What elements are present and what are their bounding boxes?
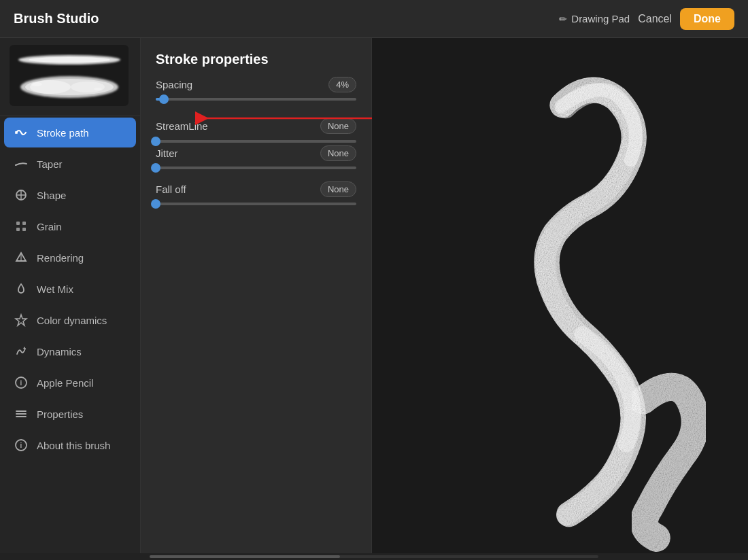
header-actions: ✏ Drawing Pad Cancel Done bbox=[559, 8, 734, 30]
jitter-header: Jitter None bbox=[156, 145, 356, 161]
main-layout: Stroke path Taper Shap bbox=[0, 38, 748, 553]
sidebar-item-stroke-path[interactable]: Stroke path bbox=[4, 118, 136, 147]
sidebar-item-label-apple-pencil: Apple Pencil bbox=[37, 377, 93, 389]
sidebar-item-taper[interactable]: Taper bbox=[4, 149, 136, 179]
color-dynamics-icon bbox=[14, 313, 29, 328]
spacing-header: Spacing 4% bbox=[156, 77, 356, 92]
svg-marker-18 bbox=[16, 315, 27, 326]
svg-point-7 bbox=[94, 88, 102, 90]
sidebar-item-label-about: About this brush bbox=[37, 440, 110, 451]
sidebar-item-label-grain: Grain bbox=[37, 221, 62, 232]
apple-pencil-icon: i bbox=[14, 375, 29, 390]
scrollbar-thumb[interactable] bbox=[150, 555, 340, 558]
canvas-area[interactable] bbox=[372, 38, 748, 553]
streamline-thumb[interactable] bbox=[151, 137, 160, 146]
falloff-thumb[interactable] bbox=[151, 199, 160, 209]
brush-canvas bbox=[372, 38, 748, 553]
streamline-property: StreamLine None bbox=[156, 113, 356, 143]
taper-icon bbox=[14, 156, 29, 171]
panel-title: Stroke properties bbox=[141, 38, 371, 77]
about-icon: i bbox=[14, 438, 29, 453]
brush-preview-image bbox=[10, 45, 129, 106]
properties-panel: Stroke properties Spacing 4% StreamLin bbox=[141, 38, 372, 553]
jitter-slider[interactable] bbox=[156, 167, 356, 169]
sidebar-item-label-shape: Shape bbox=[37, 190, 66, 201]
sidebar-item-dynamics[interactable]: Dynamics bbox=[4, 336, 136, 366]
sidebar-item-wet-mix[interactable]: Wet Mix bbox=[4, 274, 136, 304]
sidebar: Stroke path Taper Shap bbox=[0, 38, 141, 553]
svg-point-4 bbox=[30, 80, 71, 94]
svg-text:i: i bbox=[20, 379, 22, 387]
jitter-thumb[interactable] bbox=[151, 163, 160, 173]
stroke-path-icon bbox=[14, 125, 29, 140]
sidebar-item-label-taper: Taper bbox=[37, 158, 63, 170]
jitter-value: None bbox=[320, 145, 356, 161]
cancel-button[interactable]: Cancel bbox=[638, 13, 672, 25]
app-title: Brush Studio bbox=[14, 11, 99, 27]
jitter-label: Jitter bbox=[156, 147, 178, 159]
grain-icon bbox=[14, 219, 29, 234]
drawing-pad-button[interactable]: ✏ Drawing Pad bbox=[559, 13, 630, 24]
falloff-property: Fall off None bbox=[156, 181, 356, 205]
svg-rect-14 bbox=[16, 228, 20, 231]
sidebar-item-color-dynamics[interactable]: Color dynamics bbox=[4, 305, 136, 335]
arrow-container: StreamLine None bbox=[156, 113, 356, 137]
sidebar-item-grain[interactable]: Grain bbox=[4, 211, 136, 241]
sidebar-item-about[interactable]: i About this brush bbox=[4, 430, 136, 460]
svg-rect-15 bbox=[22, 228, 26, 231]
svg-point-1 bbox=[29, 57, 110, 63]
rendering-icon bbox=[14, 250, 29, 265]
red-arrow-annotation bbox=[190, 109, 394, 128]
wet-mix-icon bbox=[14, 281, 29, 296]
streamline-track[interactable] bbox=[156, 140, 356, 143]
svg-text:i: i bbox=[20, 442, 22, 449]
done-button[interactable]: Done bbox=[680, 8, 734, 30]
header: Brush Studio ✏ Drawing Pad Cancel Done bbox=[0, 0, 748, 38]
svg-rect-12 bbox=[16, 222, 20, 225]
dynamics-icon bbox=[14, 344, 29, 359]
scrollbar-track bbox=[150, 555, 598, 558]
panel-properties: Spacing 4% StreamLine None bbox=[141, 77, 371, 217]
falloff-value: None bbox=[320, 181, 356, 197]
drawing-pad-label: Drawing Pad bbox=[571, 13, 630, 24]
sidebar-item-rendering[interactable]: Rendering bbox=[4, 243, 136, 273]
sidebar-item-label-dynamics: Dynamics bbox=[37, 346, 82, 357]
jitter-property: Jitter None bbox=[156, 145, 356, 169]
spacing-label: Spacing bbox=[156, 79, 192, 90]
sidebar-item-properties[interactable]: Properties bbox=[4, 399, 136, 429]
edit-icon: ✏ bbox=[559, 14, 567, 24]
spacing-value: 4% bbox=[328, 77, 356, 92]
sidebar-item-label-rendering: Rendering bbox=[37, 252, 84, 264]
svg-rect-8 bbox=[15, 131, 18, 134]
falloff-header: Fall off None bbox=[156, 181, 356, 197]
shape-icon bbox=[14, 188, 29, 203]
spacing-property: Spacing 4% bbox=[156, 77, 356, 101]
falloff-slider[interactable] bbox=[156, 203, 356, 205]
sidebar-nav: Stroke path Taper Shap bbox=[0, 116, 140, 553]
properties-icon bbox=[14, 406, 29, 421]
spacing-thumb[interactable] bbox=[159, 94, 169, 104]
brush-preview bbox=[0, 38, 140, 116]
sidebar-item-label-stroke-path: Stroke path bbox=[37, 127, 89, 139]
sidebar-item-apple-pencil[interactable]: i Apple Pencil bbox=[4, 368, 136, 398]
svg-rect-13 bbox=[22, 222, 26, 225]
falloff-label: Fall off bbox=[156, 183, 186, 195]
streamline-slider bbox=[156, 140, 356, 143]
svg-point-5 bbox=[71, 82, 105, 92]
sidebar-item-shape[interactable]: Shape bbox=[4, 180, 136, 210]
spacing-slider[interactable] bbox=[156, 98, 356, 101]
svg-point-6 bbox=[31, 82, 42, 86]
sidebar-item-label-color-dynamics: Color dynamics bbox=[37, 315, 107, 326]
sidebar-item-label-properties: Properties bbox=[37, 408, 83, 420]
sidebar-item-label-wet-mix: Wet Mix bbox=[37, 283, 73, 295]
bottom-scrollbar[interactable] bbox=[0, 553, 748, 560]
